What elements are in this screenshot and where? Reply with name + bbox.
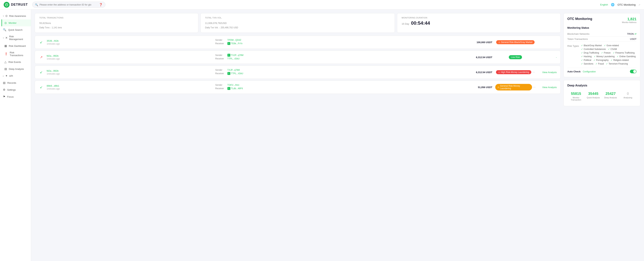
config-link[interactable]: Configuration xyxy=(583,70,596,73)
txn-badge-area-2: Low Risk xyxy=(495,55,536,59)
sender-addr-3[interactable]: TXJP...q78M xyxy=(228,69,240,71)
monitoring-time: 00:54:44 xyxy=(411,20,430,26)
sidebar-item-api[interactable]: ▸ ✦ API xyxy=(0,72,31,79)
sidebar-group-risk-management[interactable]: ▾ ✕ Risk Management xyxy=(0,33,31,42)
sidebar-item-risk-transactions[interactable]: ❗ Risk Transactions xyxy=(2,49,31,58)
sender-addr-4[interactable]: TGKV...Ahci xyxy=(228,84,239,86)
daily-txns: Daily Txns：1,141 txns xyxy=(39,26,194,29)
risk-type-label: Online Gambling xyxy=(619,55,636,58)
check-icon: ✓ xyxy=(617,55,618,58)
addr-icon: T xyxy=(228,87,230,90)
sidebar-item-risk-events[interactable]: △ Risk Events xyxy=(2,58,31,65)
risk-type-label: Black/Gray Market xyxy=(584,44,602,47)
quick-analysis-value: 35445 xyxy=(585,92,602,96)
sender-3: Sender TXJP...q78M xyxy=(215,69,464,71)
sidebar-item-focus[interactable]: ⚑ Focus xyxy=(0,93,31,100)
sender-addr-1[interactable]: TPDM...QD4Z xyxy=(228,39,241,41)
monitor-txn-label: MonitorTransaction xyxy=(567,96,585,101)
txn-id-1[interactable]: 3539...f42b xyxy=(47,39,212,42)
receiver-addr-3[interactable]: T TTPL...iGbU xyxy=(228,72,243,75)
chevron-icon: ▸ xyxy=(3,75,4,77)
more-options-4[interactable]: ··· xyxy=(533,85,536,89)
receiver-4: Receiver T TLdb...48F6 xyxy=(215,87,464,90)
more-options-3[interactable]: ··· xyxy=(532,70,535,74)
txn-info-3: fd2a...992b 1minutes ago xyxy=(47,69,212,75)
arrow-up-icon: ↗ xyxy=(40,55,43,59)
view-analysis-dash-2: - xyxy=(538,56,557,59)
global-search-bar[interactable]: 🔍 ❓ xyxy=(32,2,106,8)
chain-swap-icon[interactable]: ⇄ xyxy=(634,32,636,35)
total-txns-label: TOTAL TRANSACTIONS xyxy=(39,17,194,19)
risk-type-online-gambling: ✓ Online Gambling xyxy=(617,55,636,58)
table-row: ↙ 3539...f42b 1minutes ago Sender TPDM..… xyxy=(35,36,560,49)
api-icon: ✦ xyxy=(5,74,8,77)
risk-badge-4: ⚠ General Risk-Money Laundering xyxy=(495,84,532,90)
receiver-addr-2[interactable]: TTPL...iGbU xyxy=(228,57,240,60)
receiver-addr-1[interactable]: T TE6k...FrYv xyxy=(228,42,242,45)
receiver-2: Receiver TTPL...iGbU xyxy=(215,57,464,60)
txn-id-4[interactable]: 88b9...d8b1 xyxy=(47,84,212,87)
monitoring-status-title: Monitoring Status xyxy=(567,26,636,29)
records-label: Records xyxy=(7,81,16,84)
focus-icon: ⚑ xyxy=(3,95,5,98)
risk-type-label: Drug Trafficking xyxy=(584,51,599,54)
topnav: DETRUST 🔍 ❓ English 🌐 OTC Monitoring ⤢ xyxy=(0,0,644,9)
txn-time-4: 1minutes ago xyxy=(47,88,212,90)
translate-icon: 🌐 xyxy=(611,3,614,6)
check-icon: ✓ xyxy=(601,51,603,54)
language-button[interactable]: English xyxy=(600,3,608,6)
txn-direction-3: ↙ xyxy=(38,70,44,75)
total-vol-value: 11,936,078,792USD xyxy=(205,20,390,25)
check-icon: ✓ xyxy=(606,62,608,65)
analysing-label: Analysing xyxy=(619,96,637,99)
txn-time-3: 1minutes ago xyxy=(47,73,212,75)
risk-type-sanctions: ✓ Sanctions xyxy=(581,62,593,65)
page-title-nav: OTC Monitoring xyxy=(618,3,636,6)
risk-type-label: Pornography xyxy=(596,59,609,61)
otc-title: OTC Monitoring xyxy=(567,17,592,21)
receiver-addr-4[interactable]: T TLdb...48F6 xyxy=(228,87,243,90)
badge-icon: ⚠ xyxy=(498,71,500,73)
receiver-label: Receiver xyxy=(215,72,226,75)
search-icon: 🔍 xyxy=(35,3,38,6)
txn-id-2[interactable]: fd2a...992b xyxy=(47,54,212,57)
blockchain-label: Blockchain Networks xyxy=(567,32,590,35)
right-panel: OTC Monitoring 1,821 Monitor Address Mon… xyxy=(564,13,640,257)
view-analysis-3[interactable]: View Analysis xyxy=(538,71,557,74)
main-content: TOTAL TRANSACTIONS 55,815txns Daily Txns… xyxy=(31,9,644,261)
total-transactions-card: TOTAL TRANSACTIONS 55,815txns Daily Txns… xyxy=(35,13,198,33)
sidebar-item-records[interactable]: ▤ Records xyxy=(0,79,31,86)
deep-stat-analysing: 0 Analysing xyxy=(619,90,637,102)
txn-id-3[interactable]: fd2a...992b xyxy=(47,69,212,72)
global-search-input[interactable] xyxy=(40,3,96,6)
check-icon: ✓ xyxy=(581,62,583,65)
sender-2: Sender T TXJP...q78M xyxy=(215,54,464,57)
sidebar-group-risk-awareness[interactable]: ▾ ⊙ Risk Awareness xyxy=(0,12,31,19)
deep-analysis-card: Deep Analysis 55815 MonitorTransaction 3… xyxy=(564,80,640,106)
expand-icon[interactable]: ⤢ xyxy=(638,3,640,6)
check-icon: ✓ xyxy=(581,51,583,54)
check-icon: ✓ xyxy=(581,59,583,61)
sidebar-item-monitor[interactable]: ◎ Monitor xyxy=(2,19,31,26)
total-vol-card: TOTAL TXN VOL. 11,936,078,792USD Daily T… xyxy=(200,13,395,33)
logo-icon xyxy=(4,2,10,8)
sender-1: Sender TPDM...QD4Z xyxy=(215,39,464,41)
monitoring-label: MONITORING DURATION xyxy=(402,17,556,19)
sidebar-item-deep-analysis[interactable]: ▤ Deep Analysis xyxy=(2,65,31,72)
token-label: Token Transactions xyxy=(567,38,588,40)
sidebar-item-risk-dashboard[interactable]: ▦ Risk Dashboard xyxy=(2,42,31,49)
risk-type-label: Gore-related xyxy=(606,44,619,47)
receiver-label: Receiver xyxy=(215,87,226,90)
risk-type-label: Religion-related xyxy=(613,59,629,61)
sender-addr-2[interactable]: T TXJP...q78M xyxy=(228,54,244,57)
sidebar-item-quick-search[interactable]: 🔍 Quick Search xyxy=(0,26,31,33)
sidebar-item-settings[interactable]: ⚙ Settings xyxy=(0,86,31,93)
receiver-1: Receiver T TE6k...FrYv xyxy=(215,42,464,45)
view-analysis-4[interactable]: View Analysis xyxy=(538,86,557,89)
auto-check-toggle[interactable] xyxy=(630,70,636,73)
active-bar xyxy=(2,19,2,26)
txn-time-1: 1minutes ago xyxy=(47,43,212,45)
help-icon[interactable]: ❓ xyxy=(99,3,103,6)
risk-type-pornography: ✓ Pornography xyxy=(594,59,609,61)
receiver-label: Receiver xyxy=(215,57,226,60)
